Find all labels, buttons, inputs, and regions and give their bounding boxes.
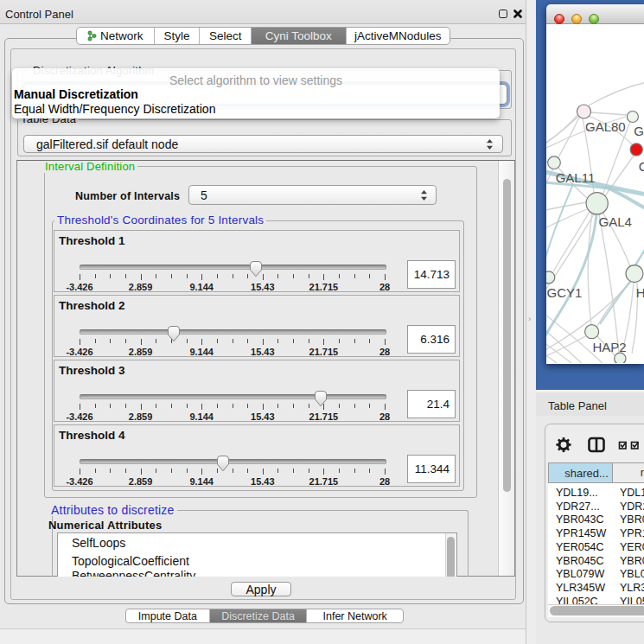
svg-text:GAL4: GAL4 bbox=[599, 214, 632, 229]
svg-text:HAP2: HAP2 bbox=[592, 340, 626, 354]
svg-text:GAL11: GAL11 bbox=[556, 170, 596, 185]
svg-text:HA: HA bbox=[636, 285, 644, 300]
svg-text:GAL: GAL bbox=[634, 124, 644, 138]
svg-text:GAL80: GAL80 bbox=[585, 119, 626, 134]
svg-text:GCY1: GCY1 bbox=[547, 285, 583, 300]
svg-text:CB: CB bbox=[639, 159, 644, 174]
